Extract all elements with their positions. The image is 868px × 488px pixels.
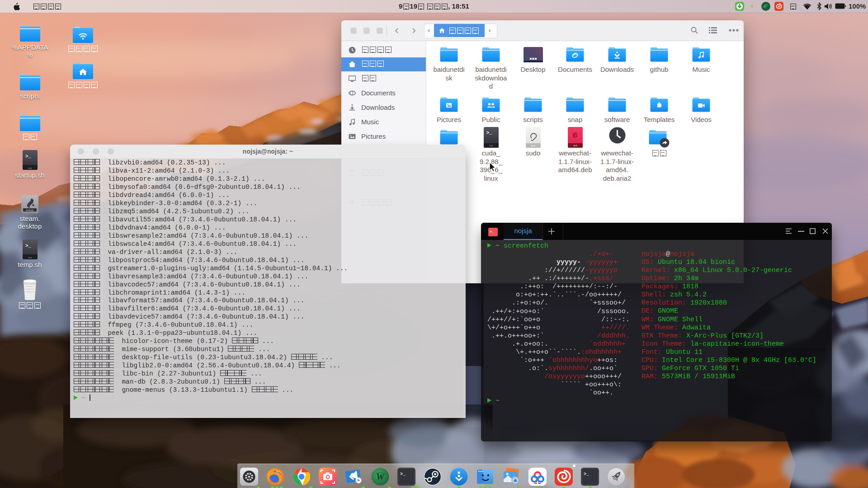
svg-text:>_: >_: [490, 230, 494, 234]
svg-text:deb: deb: [573, 144, 577, 147]
svg-text:>_: >_: [584, 472, 590, 477]
svg-text:desktop: desktop: [26, 209, 34, 211]
svg-text:>_: >_: [25, 243, 32, 249]
svg-text:>_: >_: [400, 472, 406, 477]
svg-text:>_: >_: [486, 130, 492, 136]
svg-text:run: run: [489, 144, 493, 147]
svg-text:run: run: [28, 167, 32, 169]
svg-text:>_: >_: [25, 154, 32, 159]
svg-text:text: text: [531, 144, 535, 147]
svg-text:run: run: [28, 256, 32, 259]
